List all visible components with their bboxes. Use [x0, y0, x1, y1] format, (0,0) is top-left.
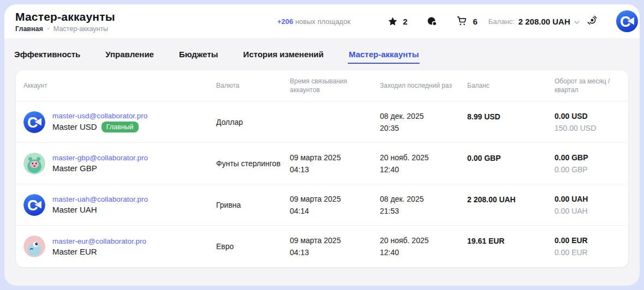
cart-button[interactable]: 6	[457, 16, 477, 27]
balance-label: Баланс:	[488, 17, 515, 26]
account-text: master-usd@collaborator.pro Master USD Г…	[52, 112, 147, 132]
collaborator-logo: C	[616, 10, 638, 32]
last-seen-date: 20 нояб. 2025	[380, 152, 462, 164]
turnover-quarter: 0.00 UAH	[554, 205, 615, 217]
col-header-linked-time: Время связывания аккаунтов	[290, 77, 380, 94]
table-row: master-gbp@collaborator.pro Master GBP Ф…	[16, 143, 628, 184]
title-block: Мастер-аккаунты Главная Мастер-аккаунты	[15, 10, 277, 33]
turnover-quarter: 0.00 GBP	[554, 164, 615, 176]
favorites-button[interactable]: 2	[387, 16, 407, 27]
linked-time-cell: 09 марта 2025 04:13	[290, 234, 380, 258]
balance-cell: 8.99 USD	[467, 101, 554, 123]
currency-cell: Евро	[216, 240, 290, 252]
new-platforms-label: новых площадок	[295, 17, 350, 26]
tab-history[interactable]: История изменений	[243, 50, 324, 59]
turnover-quarter: 150.00 USD	[554, 122, 615, 134]
turnover-cell: 0.00 USD 150.00 USD	[554, 110, 621, 134]
turnover-month: 0.00 EUR	[554, 234, 615, 246]
topbar-counters: 2 6	[387, 16, 478, 27]
account-email-link[interactable]: master-eur@collaborator.pro	[52, 237, 146, 245]
main-account-badge: Главный	[102, 122, 139, 132]
currency-cell: Доллар	[216, 116, 290, 128]
col-header-balance: Баланс	[467, 81, 554, 90]
account-text: master-eur@collaborator.pro Master EUR	[52, 237, 146, 256]
account-name-line: Master USD Главный	[52, 122, 147, 132]
avatar-monster-blue	[23, 235, 45, 257]
last-seen-time: 20:35	[380, 122, 462, 134]
linked-date: 09 марта 2025	[290, 234, 374, 246]
account-text: master-gbp@collaborator.pro Master GBP	[52, 154, 148, 173]
linked-time-cell: 09 марта 2025 04:13	[290, 152, 380, 176]
eye-visibility-icon	[586, 14, 598, 28]
linked-date: 09 марта 2025	[290, 152, 374, 164]
col-header-last-seen: Заходил последний раз	[380, 81, 467, 90]
last-seen-cell: 20 нояб. 2025 12:40	[380, 152, 467, 176]
linked-time: 04:13	[290, 246, 374, 258]
balance-dropdown[interactable]: Баланс: 2 208.00 UAH	[488, 16, 580, 26]
table-header-row: Аккаунт Валюта Время связывания аккаунто…	[16, 70, 628, 101]
account-email-link[interactable]: master-gbp@collaborator.pro	[52, 154, 148, 162]
breadcrumb-separator-dot	[47, 28, 49, 29]
messages-button[interactable]	[427, 16, 437, 27]
top-bar: Мастер-аккаунты Главная Мастер-аккаунты …	[4, 4, 640, 38]
chat-bubble-icon	[427, 16, 437, 27]
app-window: Мастер-аккаунты Главная Мастер-аккаунты …	[4, 4, 640, 286]
turnover-month: 0.00 USD	[554, 110, 615, 122]
turnover-month: 0.00 UAH	[554, 193, 615, 205]
tab-effectiveness[interactable]: Эффективность	[14, 50, 80, 59]
balance-cell: 0.00 GBP	[467, 143, 554, 164]
account-email-link[interactable]: master-usd@collaborator.pro	[52, 112, 147, 120]
linked-time: 04:14	[290, 205, 374, 217]
turnover-month: 0.00 GBP	[554, 152, 615, 164]
last-seen-cell: 20 нояб. 2025 12:40	[380, 234, 467, 258]
balance-cell: 2 208.00 UAH	[467, 184, 554, 206]
account-name: Master GBP	[52, 164, 97, 173]
account-cell: C master-uah@collaborator.pro Master UAH	[23, 194, 216, 216]
linked-time-cell: 09 марта 2025 04:14	[290, 193, 380, 217]
accounts-table-card: Аккаунт Валюта Время связывания аккаунто…	[15, 70, 629, 268]
favorites-count: 2	[403, 17, 407, 26]
last-seen-date: 20 нояб. 2025	[380, 234, 462, 246]
currency-cell: Гривна	[216, 199, 290, 211]
avatar-collaborator-logo: C	[23, 194, 45, 216]
last-seen-time: 12:40	[380, 246, 462, 258]
last-seen-date: 08 дек. 2025	[380, 110, 462, 122]
tab-bar: Эффективность Управление Бюджеты История…	[4, 38, 640, 70]
new-platforms-count: +206	[277, 17, 293, 26]
account-email-link[interactable]: master-uah@collaborator.pro	[52, 195, 148, 203]
tab-management[interactable]: Управление	[105, 50, 154, 59]
balance-cell: 19.61 EUR	[467, 226, 554, 247]
new-platforms-link[interactable]: +206 новых площадок	[277, 17, 350, 26]
cart-count: 6	[473, 17, 477, 26]
table-row: master-eur@collaborator.pro Master EUR Е…	[16, 226, 628, 267]
hide-balance-button[interactable]	[586, 14, 598, 28]
chevron-down-icon	[574, 16, 580, 26]
last-seen-time: 21:53	[380, 205, 462, 217]
balance-value: 2 208.00 UAH	[518, 17, 570, 26]
col-header-account: Аккаунт	[23, 81, 216, 90]
currency-cell: Фунты стерлингов	[216, 158, 290, 170]
account-text: master-uah@collaborator.pro Master UAH	[52, 195, 148, 214]
account-name-line: Master UAH	[52, 205, 148, 214]
account-name-line: Master GBP	[52, 164, 148, 173]
profile-logo-button[interactable]: C	[616, 10, 638, 32]
tab-budgets[interactable]: Бюджеты	[179, 50, 218, 59]
linked-time: 04:13	[290, 164, 374, 176]
star-icon	[387, 16, 398, 27]
col-header-currency: Валюта	[216, 81, 290, 90]
turnover-cell: 0.00 UAH 0.00 UAH	[554, 193, 621, 217]
breadcrumb-home-link[interactable]: Главная	[15, 25, 43, 33]
account-name-line: Master EUR	[52, 247, 146, 256]
last-seen-time: 12:40	[380, 164, 462, 176]
account-cell: master-eur@collaborator.pro Master EUR	[23, 235, 216, 257]
avatar-collaborator-logo: C	[23, 111, 45, 133]
turnover-quarter: 0.00 EUR	[554, 246, 615, 258]
linked-date: 09 марта 2025	[290, 193, 374, 205]
shopping-cart-icon	[457, 16, 468, 27]
turnover-cell: 0.00 GBP 0.00 GBP	[554, 152, 621, 176]
account-cell: master-gbp@collaborator.pro Master GBP	[23, 153, 216, 174]
last-seen-date: 08 дек. 2025	[380, 193, 462, 205]
tab-master-accounts[interactable]: Мастер-аккаунты	[349, 50, 419, 59]
breadcrumb: Главная Мастер-аккаунты	[15, 25, 277, 33]
col-header-turnover: Оборот за месяц / квартал	[554, 77, 621, 94]
